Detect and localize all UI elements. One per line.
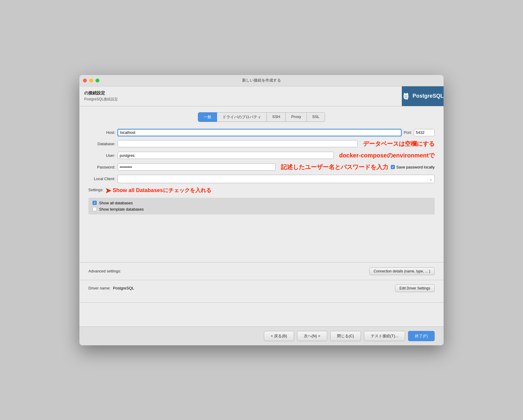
settings-arrow-icon: ➤: [105, 186, 112, 195]
show-all-databases-row: Show all databases: [93, 201, 430, 205]
database-input[interactable]: [118, 140, 358, 147]
finish-button[interactable]: 終了(F): [408, 331, 435, 341]
content-spacer: [88, 214, 435, 250]
settings-section-label: Settings:: [88, 188, 104, 192]
svg-point-4: [406, 95, 407, 96]
tab-general[interactable]: 一般: [198, 112, 217, 122]
svg-point-5: [405, 96, 407, 98]
edit-driver-settings-button[interactable]: Edit Driver Settings: [395, 284, 435, 292]
close-button-bottom[interactable]: 閉じる(C): [330, 331, 361, 341]
host-label: Host:: [88, 130, 115, 135]
user-label: User:: [88, 153, 115, 158]
show-all-databases-label: Show all databases: [99, 201, 133, 205]
back-button[interactable]: < 戻る(B): [264, 331, 294, 341]
dropdown-arrow-icon: ⌄: [429, 177, 433, 181]
titlebar: 新しい接続を作成する: [79, 75, 444, 86]
connection-settings-subtitle: PostgreSQL接続設定: [84, 97, 397, 102]
settings-section: Settings: ➤ Show all Databasesにチェックを入れる …: [88, 186, 435, 214]
postgresql-logo-text: PostgreSQL: [413, 93, 444, 99]
local-client-row: Local Client: ⌄: [88, 175, 435, 183]
next-button[interactable]: 次へ(N) >: [297, 331, 327, 341]
password-label: Password:: [88, 165, 115, 169]
test-connection-button[interactable]: テスト接続(T)...: [364, 331, 405, 341]
advanced-settings-label: Advanced settings:: [88, 269, 121, 273]
driver-name-label: Driver name:: [88, 286, 110, 290]
form-grid: Host: Port: Database: データベースは空欄にする User:…: [88, 129, 435, 183]
port-label: Port:: [404, 130, 412, 135]
tab-proxy[interactable]: Proxy: [286, 112, 307, 122]
settings-annotation-text: Show all Databasesにチェックを入れる: [113, 187, 211, 194]
postgresql-logo: PostgreSQL: [402, 86, 444, 106]
save-password-label: Save password locally: [396, 165, 435, 169]
window-title: 新しい接続を作成する: [242, 78, 281, 83]
password-annotation: 記述したユーザー名とパスワードを入力: [281, 163, 388, 171]
user-input[interactable]: [118, 152, 334, 159]
connection-details-button[interactable]: Connection details (name, type, ... ): [369, 267, 435, 275]
host-row: Host: Port:: [88, 129, 435, 136]
save-password-checkbox[interactable]: [391, 165, 395, 169]
host-input[interactable]: [118, 129, 402, 136]
local-client-select[interactable]: ⌄: [118, 175, 435, 183]
driver-name-value: PostgreSQL: [113, 286, 134, 290]
maximize-button[interactable]: [96, 79, 99, 82]
svg-point-3: [405, 95, 406, 96]
settings-annotation-row: Settings: ➤ Show all Databasesにチェックを入れる: [88, 186, 435, 195]
main-content: 一般 ドライバのプロパティ SSH Proxy SSL Host: Port: …: [79, 106, 444, 256]
minimize-button[interactable]: [89, 79, 93, 82]
database-row: Database: データベースは空欄にする: [88, 140, 435, 148]
database-annotation: データベースは空欄にする: [363, 140, 435, 148]
driver-section: Driver name: PostgreSQL Edit Driver Sett…: [79, 280, 444, 296]
local-client-label: Local Client:: [88, 177, 115, 181]
tab-ssl[interactable]: SSL: [307, 112, 325, 122]
show-template-databases-checkbox[interactable]: [93, 207, 97, 211]
port-input[interactable]: [414, 129, 435, 136]
show-template-databases-label: Show template databases: [99, 207, 144, 211]
local-client-wrapper: ⌄: [118, 175, 435, 183]
password-input[interactable]: [118, 163, 276, 171]
bottom-spacer: [79, 303, 444, 327]
tab-driver-properties[interactable]: ドライバのプロパティ: [217, 112, 267, 122]
bottom-bar: < 戻る(B) 次へ(N) > 閉じる(C) テスト接続(T)... 終了(F): [79, 327, 444, 345]
advanced-section: Advanced settings: Connection details (n…: [79, 263, 444, 280]
show-template-databases-row: Show template databases: [93, 207, 430, 211]
save-password-group: Save password locally: [391, 165, 435, 169]
database-label: Database:: [88, 142, 115, 146]
port-group: Port:: [404, 129, 435, 136]
header-text-area: の接続設定 PostgreSQL接続設定: [79, 86, 402, 106]
main-window: 新しい接続を作成する の接続設定 PostgreSQL接続設定 PostgreS…: [79, 75, 444, 345]
user-annotation: docker-composeのenvironmentで: [339, 151, 435, 160]
settings-box: Show all databases Show template databas…: [88, 198, 435, 214]
window-controls: [83, 79, 99, 82]
tab-ssh[interactable]: SSH: [267, 112, 286, 122]
tab-bar: 一般 ドライバのプロパティ SSH Proxy SSL: [88, 112, 435, 122]
password-row: Password: 記述したユーザー名とパスワードを入力 Save passwo…: [88, 163, 435, 171]
connection-settings-title: の接続設定: [84, 91, 397, 96]
header: の接続設定 PostgreSQL接続設定 PostgreSQL: [79, 86, 444, 106]
user-row: User: docker-composeのenvironmentで: [88, 151, 435, 160]
show-all-databases-checkbox[interactable]: [93, 201, 97, 205]
close-button[interactable]: [83, 79, 87, 82]
postgresql-elephant-icon: [402, 90, 410, 102]
